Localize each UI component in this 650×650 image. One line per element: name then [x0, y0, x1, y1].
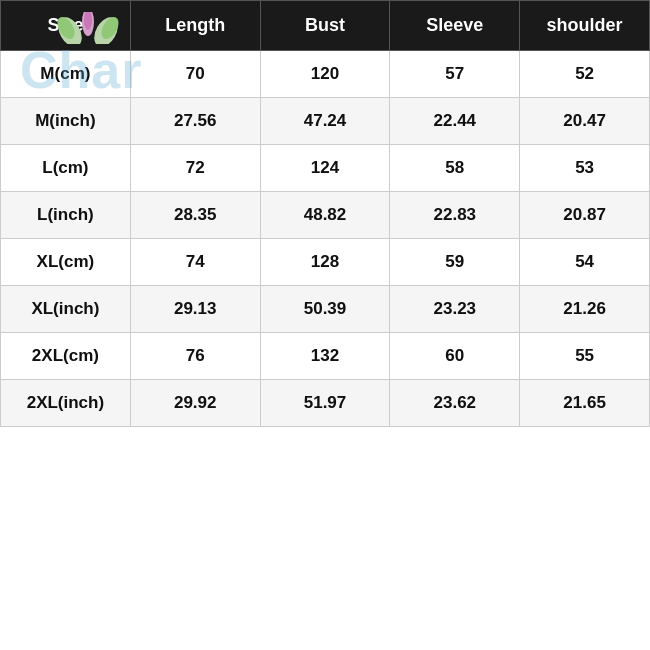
cell-length: 29.13 — [130, 286, 260, 333]
cell-bust: 51.97 — [260, 380, 390, 427]
cell-bust: 48.82 — [260, 192, 390, 239]
cell-length: 72 — [130, 145, 260, 192]
table-row: L(inch)28.3548.8222.8320.87 — [1, 192, 650, 239]
table-row: XL(inch)29.1350.3923.2321.26 — [1, 286, 650, 333]
cell-length: 74 — [130, 239, 260, 286]
table-header-row: Size Length Bust Sleeve shoulder — [1, 1, 650, 51]
cell-shoulder: 54 — [520, 239, 650, 286]
header-size: Size — [1, 1, 131, 51]
cell-bust: 128 — [260, 239, 390, 286]
table-row: L(cm)721245853 — [1, 145, 650, 192]
header-sleeve: Sleeve — [390, 1, 520, 51]
cell-size: 2XL(cm) — [1, 333, 131, 380]
cell-size: L(cm) — [1, 145, 131, 192]
cell-shoulder: 20.47 — [520, 98, 650, 145]
cell-length: 28.35 — [130, 192, 260, 239]
cell-size: XL(cm) — [1, 239, 131, 286]
cell-sleeve: 58 — [390, 145, 520, 192]
header-bust: Bust — [260, 1, 390, 51]
table-row: M(cm)701205752 — [1, 51, 650, 98]
cell-sleeve: 22.83 — [390, 192, 520, 239]
cell-length: 76 — [130, 333, 260, 380]
cell-size: M(inch) — [1, 98, 131, 145]
page-container: Char Size Length Bust Sleeve shoulder M(… — [0, 0, 650, 650]
cell-length: 29.92 — [130, 380, 260, 427]
header-length: Length — [130, 1, 260, 51]
cell-shoulder: 55 — [520, 333, 650, 380]
cell-sleeve: 60 — [390, 333, 520, 380]
cell-size: 2XL(inch) — [1, 380, 131, 427]
cell-sleeve: 22.44 — [390, 98, 520, 145]
cell-bust: 124 — [260, 145, 390, 192]
cell-bust: 47.24 — [260, 98, 390, 145]
cell-sleeve: 23.23 — [390, 286, 520, 333]
cell-shoulder: 52 — [520, 51, 650, 98]
cell-sleeve: 23.62 — [390, 380, 520, 427]
cell-sleeve: 59 — [390, 239, 520, 286]
cell-bust: 50.39 — [260, 286, 390, 333]
table-row: 2XL(cm)761326055 — [1, 333, 650, 380]
cell-bust: 132 — [260, 333, 390, 380]
header-shoulder: shoulder — [520, 1, 650, 51]
cell-shoulder: 21.26 — [520, 286, 650, 333]
size-table: Size Length Bust Sleeve shoulder M(cm)70… — [0, 0, 650, 427]
cell-length: 27.56 — [130, 98, 260, 145]
cell-size: XL(inch) — [1, 286, 131, 333]
cell-bust: 120 — [260, 51, 390, 98]
cell-length: 70 — [130, 51, 260, 98]
cell-shoulder: 53 — [520, 145, 650, 192]
cell-size: L(inch) — [1, 192, 131, 239]
table-row: XL(cm)741285954 — [1, 239, 650, 286]
cell-shoulder: 21.65 — [520, 380, 650, 427]
table-row: 2XL(inch)29.9251.9723.6221.65 — [1, 380, 650, 427]
cell-size: M(cm) — [1, 51, 131, 98]
cell-shoulder: 20.87 — [520, 192, 650, 239]
table-row: M(inch)27.5647.2422.4420.47 — [1, 98, 650, 145]
cell-sleeve: 57 — [390, 51, 520, 98]
